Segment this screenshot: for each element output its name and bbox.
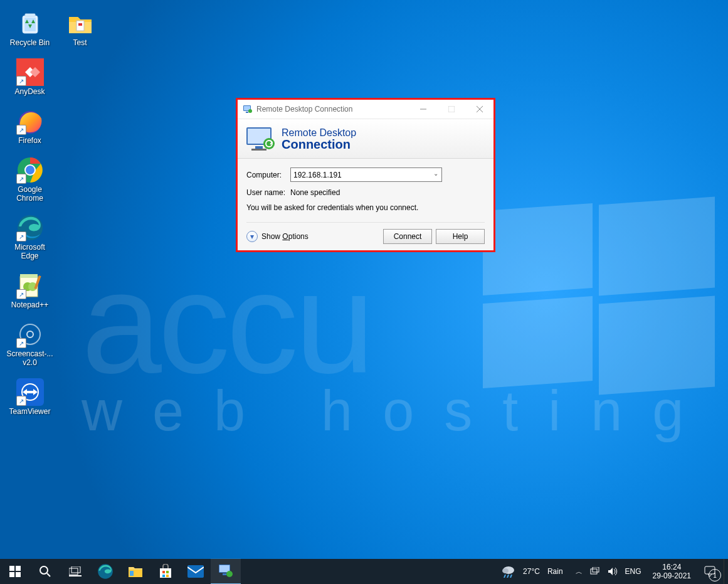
weather-condition: Rain: [547, 567, 563, 576]
shortcut-arrow-icon: ↗: [16, 76, 26, 86]
desktop-icon-label: Recycle Bin: [6, 38, 53, 47]
shortcut-arrow-icon: ↗: [16, 174, 26, 184]
windows-icon: [9, 566, 21, 577]
help-button[interactable]: Help: [436, 229, 485, 244]
desktop-icon-teamviewer[interactable]: ↗ TeamViewer: [6, 378, 53, 416]
action-center-button[interactable]: 1: [696, 559, 724, 584]
taskbar-app-store[interactable]: [150, 559, 181, 584]
desktop-icon-anydesk[interactable]: ↗ AnyDesk: [6, 58, 53, 96]
computer-combobox[interactable]: 192.168.1.191 ⌄: [290, 167, 442, 182]
taskbar-app-mail[interactable]: [181, 559, 211, 584]
svg-rect-32: [251, 149, 266, 151]
shortcut-arrow-icon: ↗: [16, 289, 26, 299]
folder-icon: [66, 9, 94, 37]
recycle-bin-icon: [16, 9, 44, 37]
show-options-toggle[interactable]: ▾ Show Options: [246, 231, 309, 242]
volume-icon[interactable]: [608, 567, 618, 576]
desktop-icon-test-folder[interactable]: Test: [56, 9, 103, 47]
chevron-down-icon: ▾: [246, 231, 258, 242]
svg-line-58: [504, 575, 505, 578]
desktop-screen: accu web hosting Recycle Bin ↗ AnyDesk ↗…: [0, 0, 728, 584]
svg-rect-53: [219, 565, 229, 572]
svg-rect-10: [20, 274, 38, 278]
svg-rect-36: [9, 572, 14, 577]
desktop-icon-label: Microsoft Edge: [6, 243, 53, 260]
connect-button[interactable]: Connect: [383, 229, 432, 244]
dialog-titlebar[interactable]: Remote Desktop Connection: [238, 100, 493, 119]
svg-point-24: [248, 109, 252, 113]
desktop-icon-label: AnyDesk: [6, 87, 53, 96]
taskbar-app-edge[interactable]: [90, 559, 120, 584]
clock-time: 16:24: [653, 563, 691, 571]
desktop-icon-label: Notepad++: [6, 300, 53, 309]
desktop-icon-label: Firefox: [6, 136, 53, 145]
show-desktop-button[interactable]: [724, 559, 728, 584]
task-view-button[interactable]: [60, 559, 90, 584]
svg-point-57: [502, 568, 509, 573]
svg-rect-20: [78, 23, 82, 26]
watermark-accu: accu: [82, 251, 371, 395]
svg-rect-26: [448, 106, 455, 112]
dialog-title: Remote Desktop Connection: [256, 105, 352, 114]
edge-icon: [97, 563, 113, 580]
dialog-banner: Remote Desktop Connection: [238, 119, 493, 159]
search-icon: [39, 565, 51, 578]
tray-overflow-button[interactable]: ︿: [576, 567, 583, 576]
computer-value: 192.168.1.191: [293, 171, 342, 179]
weather-widget[interactable]: 27°C Rain: [495, 565, 569, 578]
username-label: User name:: [246, 188, 290, 197]
mail-icon: [187, 565, 204, 578]
svg-rect-40: [69, 568, 78, 575]
svg-rect-31: [255, 146, 263, 149]
notepadpp-icon: ↗: [16, 272, 44, 299]
svg-line-59: [507, 575, 509, 578]
maximize-button[interactable]: [437, 100, 465, 119]
svg-rect-41: [71, 566, 80, 573]
svg-line-39: [47, 573, 50, 576]
desktop-icon-label: TeamViewer: [6, 407, 53, 416]
svg-rect-35: [16, 566, 21, 571]
desktop-icon-column: Recycle Bin ↗ AnyDesk ↗ Firefox ↗ Google…: [6, 9, 60, 427]
desktop-icon-chrome[interactable]: ↗ Google Chrome: [6, 156, 53, 203]
svg-rect-61: [591, 569, 597, 574]
rdc-banner-icon: [245, 126, 275, 151]
svg-rect-51: [187, 565, 204, 578]
desktop-icon-edge[interactable]: ↗ Microsoft Edge: [6, 214, 53, 260]
shortcut-arrow-icon: ↗: [16, 338, 26, 348]
rdc-title-icon: [243, 104, 253, 114]
network-icon[interactable]: [590, 567, 600, 576]
rain-icon: [502, 565, 515, 578]
desktop-icon-label: Test: [56, 38, 103, 47]
anydesk-icon: ↗: [16, 58, 44, 86]
shortcut-arrow-icon: ↗: [16, 231, 26, 242]
search-button[interactable]: [30, 559, 60, 584]
edge-icon: ↗: [16, 214, 44, 242]
firefox-icon: ↗: [16, 107, 44, 135]
desktop-icon-label: Google Chrome: [6, 185, 53, 203]
chevron-down-icon: ⌄: [433, 170, 438, 177]
close-button[interactable]: [465, 100, 493, 119]
shortcut-arrow-icon: ↗: [16, 125, 26, 135]
svg-point-38: [40, 566, 48, 574]
notification-badge: 1: [709, 569, 721, 581]
taskbar-app-explorer[interactable]: [120, 559, 150, 584]
svg-point-55: [226, 571, 233, 577]
minimize-button[interactable]: [409, 100, 437, 119]
language-indicator[interactable]: ENG: [625, 567, 641, 576]
svg-point-15: [27, 331, 33, 337]
desktop-icon-recycle-bin[interactable]: Recycle Bin: [6, 9, 53, 47]
desktop-icon-column-2: Test: [56, 9, 103, 58]
taskbar-clock[interactable]: 16:24 29-09-2021: [648, 563, 696, 580]
svg-line-60: [510, 575, 512, 578]
svg-rect-62: [593, 567, 599, 572]
computer-label: Computer:: [246, 171, 290, 179]
start-button[interactable]: [0, 559, 30, 584]
svg-rect-23: [246, 112, 248, 113]
taskbar: 27°C Rain ︿ ENG 16:24 29-09-2021 1: [0, 559, 728, 584]
teamviewer-icon: ↗: [16, 378, 44, 406]
desktop-icon-notepadpp[interactable]: ↗ Notepad++: [6, 272, 53, 309]
taskbar-app-rdc[interactable]: [211, 558, 241, 584]
desktop-icon-firefox[interactable]: ↗ Firefox: [6, 107, 53, 145]
task-view-icon: [69, 566, 82, 576]
desktop-icon-screencast[interactable]: ↗ Screencast-... v2.0: [6, 321, 53, 367]
